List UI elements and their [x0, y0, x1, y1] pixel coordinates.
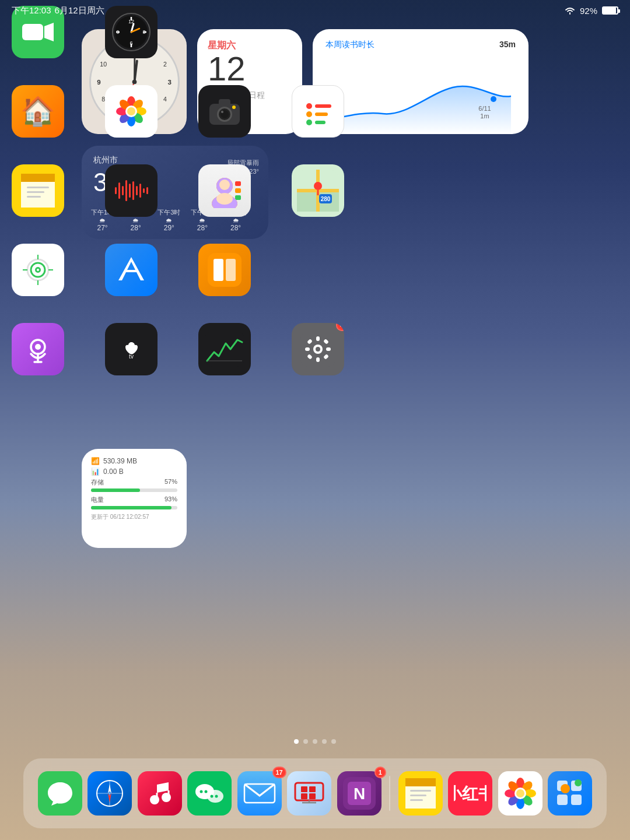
svg-rect-136 — [301, 786, 307, 792]
storage-bar — [91, 488, 140, 492]
svg-point-86 — [314, 182, 322, 190]
svg-marker-20 — [44, 23, 54, 41]
dock-onenote[interactable]: N 1 — [337, 771, 382, 816]
books-icon — [198, 244, 251, 296]
svg-rect-60 — [27, 187, 49, 188]
settings-badge: 4 — [336, 323, 344, 331]
svg-rect-143 — [405, 778, 436, 786]
svg-rect-105 — [205, 332, 244, 367]
date: 6月12日周六 — [55, 5, 104, 16]
svg-point-16 — [491, 96, 496, 102]
status-bar: 下午12:03 6月12日周六 92% — [0, 0, 630, 21]
svg-point-91 — [37, 269, 39, 271]
reading-time: 35m — [499, 40, 516, 49]
messages-dock-icon — [38, 771, 82, 816]
svg-rect-111 — [316, 357, 320, 362]
svg-point-109 — [316, 347, 320, 352]
svg-text:3: 3 — [142, 29, 145, 35]
appstore-icon — [105, 244, 158, 296]
svg-rect-61 — [27, 191, 44, 193]
dock-photos[interactable] — [498, 771, 542, 816]
podcasts-icon — [12, 323, 64, 375]
reading-widget[interactable]: 本周读书时长 35m 6/11 1m — [313, 29, 528, 134]
svg-rect-76 — [235, 188, 241, 193]
calendar-day: 12 — [208, 52, 292, 86]
storage-traffic: 0.00 B — [103, 468, 124, 476]
reminders-icon — [292, 85, 344, 138]
dock: 17 N 1 — [23, 758, 607, 828]
svg-text:9: 9 — [116, 29, 119, 35]
svg-rect-77 — [235, 195, 241, 200]
svg-text:6: 6 — [130, 40, 132, 46]
svg-text:N: N — [354, 785, 365, 803]
reading-chart: 6/11 1m — [313, 70, 528, 134]
dock-messages[interactable] — [38, 771, 82, 816]
stocks-icon — [198, 323, 251, 375]
storage-widget[interactable]: 📶 530.39 MB 📊 0.00 B 存储 57% 电量 93% 更新于 0… — [82, 449, 187, 548]
onenote-badge: 1 — [374, 767, 386, 778]
svg-rect-145 — [410, 790, 431, 792]
svg-text:3: 3 — [167, 78, 171, 85]
svg-point-131 — [211, 795, 214, 798]
svg-rect-66 — [125, 180, 127, 201]
svg-rect-57 — [315, 121, 326, 124]
svg-rect-146 — [410, 795, 426, 796]
dock-rdp[interactable] — [287, 771, 331, 816]
svg-rect-63 — [115, 187, 117, 194]
dot-2[interactable] — [303, 739, 308, 744]
maps-icon: 280 — [292, 164, 344, 217]
svg-point-80 — [219, 180, 230, 190]
photos-icon — [105, 85, 158, 138]
dock-safari[interactable] — [88, 771, 132, 816]
svg-rect-113 — [326, 347, 331, 351]
svg-rect-139 — [309, 793, 316, 799]
battery-pct-storage: 93% — [164, 495, 177, 504]
dot-4[interactable] — [322, 739, 327, 744]
dot-5[interactable] — [331, 739, 336, 744]
svg-rect-99 — [226, 259, 236, 281]
dock-mail[interactable]: 17 — [237, 771, 282, 816]
dock-wechat[interactable] — [187, 771, 232, 816]
svg-rect-53 — [315, 104, 331, 108]
dock-memo[interactable] — [398, 771, 443, 816]
svg-text:8: 8 — [102, 95, 105, 102]
svg-text:1m: 1m — [480, 113, 489, 120]
notes-icon — [12, 164, 64, 217]
svg-point-56 — [306, 120, 312, 125]
svg-point-165 — [575, 779, 582, 786]
dot-1[interactable] — [294, 739, 299, 744]
dock-source-app[interactable] — [548, 771, 592, 816]
svg-rect-72 — [146, 187, 148, 194]
dock-music[interactable] — [138, 771, 182, 816]
rdp-dock-icon — [287, 771, 331, 816]
appletv-icon: tv — [105, 323, 158, 375]
svg-point-132 — [215, 795, 218, 798]
find-my-icon — [12, 244, 64, 296]
page-dots — [294, 739, 336, 744]
svg-rect-112 — [305, 347, 310, 351]
svg-rect-67 — [129, 184, 131, 198]
svg-rect-58 — [21, 174, 55, 182]
svg-point-15 — [132, 79, 136, 84]
onenote-dock-icon: N — [337, 771, 382, 816]
wechat-dock-icon — [187, 771, 232, 816]
svg-point-159 — [516, 789, 524, 797]
svg-rect-144 — [405, 786, 436, 809]
svg-rect-110 — [316, 336, 320, 341]
battery-icon — [602, 6, 618, 15]
storage-updated: 更新于 06/12 12:02:57 — [91, 513, 177, 521]
svg-rect-55 — [315, 113, 328, 116]
battery-pct: 92% — [580, 6, 597, 16]
svg-rect-98 — [214, 259, 223, 281]
svg-rect-70 — [139, 184, 141, 198]
svg-rect-64 — [118, 182, 120, 199]
battery-bar — [91, 506, 172, 509]
dot-3[interactable] — [313, 739, 317, 744]
svg-text:280: 280 — [321, 196, 331, 202]
contacts-icon — [198, 164, 251, 217]
svg-rect-147 — [410, 799, 423, 801]
svg-point-129 — [200, 790, 203, 793]
svg-rect-162 — [557, 795, 568, 805]
dock-xiaohongshu[interactable]: 小红书 — [448, 771, 492, 816]
svg-rect-65 — [122, 186, 124, 195]
